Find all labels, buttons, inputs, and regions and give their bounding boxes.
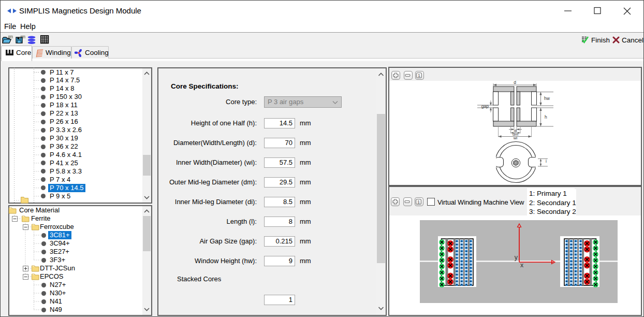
svg-text:1: 1 (417, 199, 420, 205)
svg-text:y: y (515, 254, 518, 261)
svg-text:x: x (520, 262, 524, 269)
svg-text:1: 1 (418, 73, 420, 78)
svg-text:gap: gap (481, 104, 489, 109)
svg-text:wi: wi (513, 136, 518, 140)
svg-text:h: h (545, 114, 547, 120)
svg-text:d: d (514, 81, 516, 85)
svg-text:i: i (546, 159, 547, 164)
svg-text:hw: hw (544, 96, 550, 101)
